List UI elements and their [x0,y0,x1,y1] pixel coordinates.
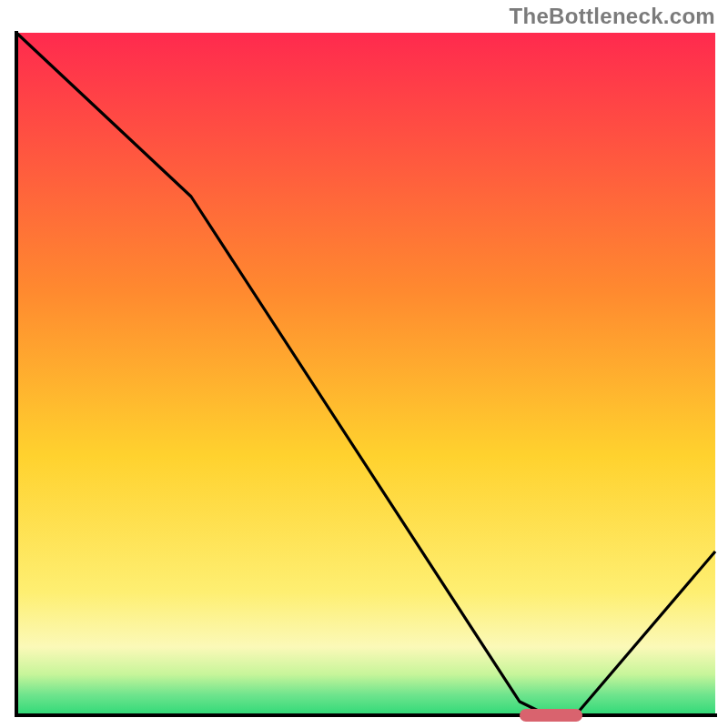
gradient-background [16,33,715,715]
watermark-text: TheBottleneck.com [510,4,715,29]
optimal-marker [520,709,582,722]
bottleneck-chart [0,0,728,728]
chart-frame: TheBottleneck.com [0,0,728,728]
